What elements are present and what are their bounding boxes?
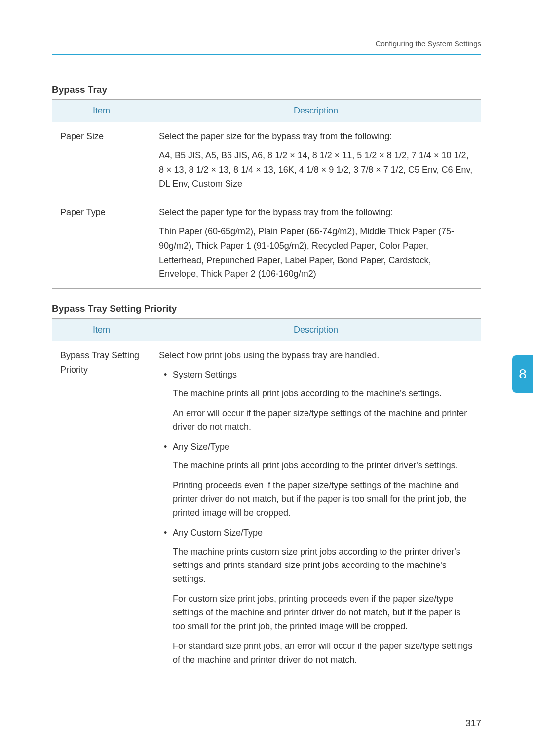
row-description: Select the paper size for the bypass tra… bbox=[151, 122, 481, 198]
desc-text: A4, B5 JIS, A5, B6 JIS, A6, 8 1/2 × 14, … bbox=[159, 149, 473, 191]
bullet-item: Any Size/Type bbox=[159, 440, 473, 454]
row-item-label: Paper Type bbox=[52, 198, 151, 289]
row-item-label: Paper Size bbox=[52, 122, 151, 198]
table-row: Paper Size Select the paper size for the… bbox=[52, 122, 481, 198]
row-item-label: Bypass Tray Setting Priority bbox=[52, 341, 151, 680]
desc-sub-text: For custom size print jobs, printing pro… bbox=[159, 592, 473, 634]
table-row: Bypass Tray Setting Priority Select how … bbox=[52, 341, 481, 680]
desc-sub-text: Printing proceeds even if the paper size… bbox=[159, 479, 473, 520]
section1-title: Bypass Tray bbox=[52, 84, 481, 95]
desc-sub-text: The machine prints all print jobs accord… bbox=[159, 459, 473, 473]
bypass-tray-priority-table: Item Description Bypass Tray Setting Pri… bbox=[52, 318, 481, 680]
desc-sub-text: The machine prints custom size print job… bbox=[159, 545, 473, 587]
desc-sub-text: For standard size print jobs, an error w… bbox=[159, 640, 473, 667]
row-description: Select the paper type for the bypass tra… bbox=[151, 198, 481, 289]
chapter-tab: 8 bbox=[512, 355, 533, 393]
bypass-tray-table: Item Description Paper Size Select the p… bbox=[52, 99, 481, 289]
desc-sub-text: The machine prints all print jobs accord… bbox=[159, 387, 473, 401]
table-row: Paper Type Select the paper type for the… bbox=[52, 198, 481, 289]
table-header-item: Item bbox=[52, 100, 151, 122]
section2-title: Bypass Tray Setting Priority bbox=[52, 303, 481, 314]
table-header-item: Item bbox=[52, 319, 151, 341]
desc-text: Select the paper type for the bypass tra… bbox=[159, 205, 473, 220]
desc-text: Select how print jobs using the bypass t… bbox=[159, 348, 473, 363]
desc-text: Thin Paper (60-65g/m2), Plain Paper (66-… bbox=[159, 225, 473, 281]
header-divider bbox=[52, 54, 481, 55]
table-header-description: Description bbox=[151, 319, 481, 341]
desc-text: Select the paper size for the bypass tra… bbox=[159, 129, 473, 144]
page-number: 317 bbox=[465, 718, 481, 729]
header-breadcrumb: Configuring the System Settings bbox=[52, 39, 481, 48]
row-description: Select how print jobs using the bypass t… bbox=[151, 341, 481, 680]
bullet-item: Any Custom Size/Type bbox=[159, 526, 473, 540]
table-header-description: Description bbox=[151, 100, 481, 122]
bullet-item: System Settings bbox=[159, 368, 473, 382]
desc-sub-text: An error will occur if the paper size/ty… bbox=[159, 407, 473, 434]
